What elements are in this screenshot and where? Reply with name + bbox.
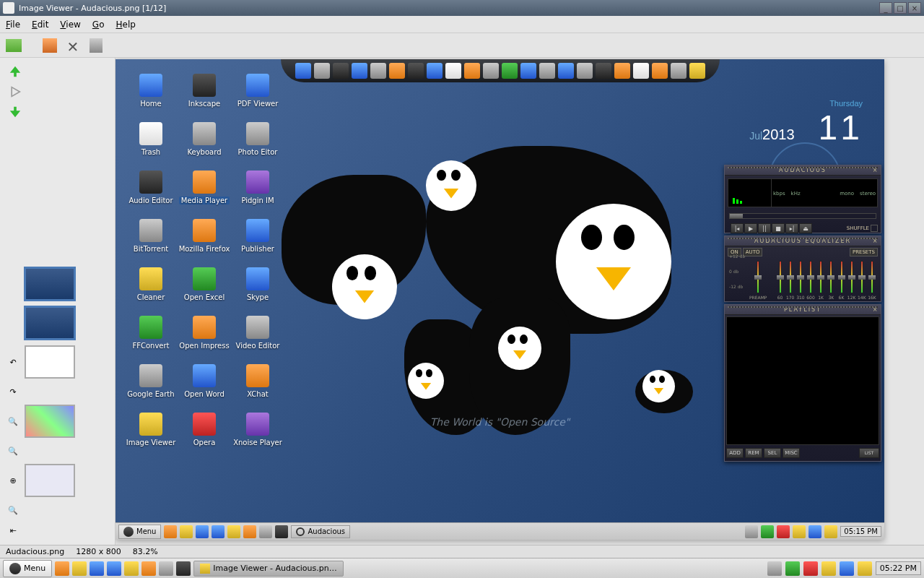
dock-icon[interactable] bbox=[539, 63, 555, 79]
thumbnail-2[interactable] bbox=[25, 306, 75, 340]
image-viewport[interactable]: HomeInkscapePDF ViewerTrashKeyboardPhoto… bbox=[116, 58, 924, 545]
eq-band-170[interactable]: 170 bbox=[786, 261, 795, 300]
audacious-playlist-window[interactable]: PLAYLIST× ADD REM SEL MISC LIST bbox=[724, 304, 881, 462]
task-image-viewer[interactable]: Image Viewer - Audacious.pn… bbox=[193, 561, 344, 577]
minimize-button[interactable]: _ bbox=[879, 2, 892, 14]
dock-icon[interactable] bbox=[352, 63, 367, 79]
taskbar-icon[interactable] bbox=[196, 525, 209, 538]
network-icon[interactable] bbox=[803, 561, 818, 576]
eq-band-600[interactable]: 600 bbox=[806, 261, 815, 300]
tray-icon[interactable] bbox=[824, 525, 837, 538]
delete-button[interactable] bbox=[87, 36, 105, 55]
inner-task-audacious[interactable]: Audacious bbox=[291, 525, 350, 538]
taskbar-icon[interactable] bbox=[243, 525, 256, 538]
tray-icon[interactable] bbox=[840, 561, 854, 576]
desktop-icon-photo-eitor[interactable]: Photo Eitor bbox=[231, 122, 284, 156]
close-file-button[interactable]: ✕ bbox=[64, 36, 82, 55]
taskbar-icon[interactable] bbox=[275, 525, 288, 538]
quicklaunch-icon[interactable] bbox=[55, 561, 69, 576]
eq-preamp-slider[interactable]: PREAMP bbox=[749, 261, 767, 300]
quicklaunch-icon[interactable] bbox=[90, 561, 104, 576]
rotate-right-icon[interactable]: ↷ bbox=[6, 384, 20, 399]
eq-band-12K[interactable]: 12K bbox=[847, 261, 856, 300]
battery-icon[interactable] bbox=[785, 561, 800, 576]
dock-icon[interactable] bbox=[333, 63, 349, 79]
prev-button[interactable]: |◂ bbox=[731, 223, 744, 233]
dock-icon[interactable] bbox=[483, 63, 499, 79]
playlist-sel-button[interactable]: SEL bbox=[764, 448, 781, 458]
desktop-icon-publisher[interactable]: Publisher bbox=[231, 219, 284, 253]
inner-clock[interactable]: 05:15 PM bbox=[840, 526, 881, 537]
eq-band-6K[interactable]: 6K bbox=[837, 261, 845, 300]
thumbnail-5[interactable] bbox=[25, 464, 75, 497]
playlist-misc-button[interactable]: MISC bbox=[783, 448, 800, 458]
desktop-icon-bittorrent[interactable]: BitTorrent bbox=[124, 219, 178, 253]
dock-icon[interactable] bbox=[652, 63, 668, 79]
dock-icon[interactable] bbox=[464, 63, 480, 79]
quicklaunch-icon[interactable] bbox=[159, 561, 173, 576]
tray-icon[interactable] bbox=[793, 525, 806, 538]
close-button[interactable]: × bbox=[908, 2, 921, 14]
desktop-icon-open-word[interactable]: Open Word bbox=[178, 364, 231, 398]
shuffle-label[interactable]: SHUFFLE bbox=[847, 225, 869, 231]
dock-icon[interactable] bbox=[314, 63, 330, 79]
dock-icon[interactable] bbox=[389, 63, 405, 79]
dock-icon[interactable] bbox=[427, 63, 443, 79]
playlist-list[interactable] bbox=[726, 316, 879, 445]
up-arrow-icon[interactable] bbox=[7, 64, 23, 79]
dock-icon[interactable] bbox=[689, 63, 705, 79]
dock-icon[interactable] bbox=[577, 63, 593, 79]
desktop-icon-google-earth[interactable]: Google Earth bbox=[124, 364, 178, 398]
play-button[interactable]: ▶ bbox=[744, 223, 757, 233]
desktop-icon-home[interactable]: Home bbox=[124, 74, 178, 108]
system-clock[interactable]: 05:22 PM bbox=[876, 561, 921, 575]
menu-view[interactable]: View bbox=[60, 20, 80, 30]
desktop-icon-trash[interactable]: Trash bbox=[124, 122, 178, 156]
menu-edit[interactable]: Edit bbox=[32, 20, 48, 30]
dock-icon[interactable] bbox=[295, 63, 311, 79]
desktop-icon-media-player[interactable]: Media Player bbox=[178, 171, 231, 204]
playlist-add-button[interactable]: ADD bbox=[726, 448, 744, 458]
dock-icon[interactable] bbox=[502, 63, 518, 79]
eq-band-16K[interactable]: 16K bbox=[868, 261, 876, 300]
quicklaunch-icon[interactable] bbox=[107, 561, 121, 576]
desktop-icon-audio-editor[interactable]: Audio Editor bbox=[124, 171, 178, 204]
open-button[interactable] bbox=[4, 36, 23, 55]
desktop-icon-open-impress[interactable]: Open Impress bbox=[178, 316, 231, 350]
eject-button[interactable]: ⏏ bbox=[799, 223, 812, 233]
desktop-icon-image-viewer[interactable]: Image Viewer bbox=[124, 413, 178, 447]
zoom-in-icon[interactable]: 🔍 bbox=[6, 414, 20, 428]
eq-band-3K[interactable]: 3K bbox=[827, 261, 835, 300]
menu-button[interactable]: Menu bbox=[3, 560, 52, 577]
quicklaunch-icon[interactable] bbox=[141, 561, 156, 576]
taskbar-icon[interactable] bbox=[164, 525, 177, 538]
desktop-icon-xchat[interactable]: XChat bbox=[231, 364, 284, 398]
desktop-icon-skype[interactable]: Skype bbox=[231, 267, 284, 301]
close-icon[interactable]: × bbox=[872, 306, 879, 314]
collapse-icon[interactable]: ⇤ bbox=[6, 523, 20, 538]
menu-help[interactable]: Help bbox=[116, 20, 135, 30]
dock-icon[interactable] bbox=[370, 63, 386, 79]
close-icon[interactable]: × bbox=[872, 167, 879, 174]
zoom-out-icon[interactable]: 🔍 bbox=[6, 444, 20, 458]
volume-icon[interactable] bbox=[745, 525, 758, 538]
quicklaunch-icon[interactable] bbox=[72, 561, 87, 576]
pause-button[interactable]: || bbox=[758, 223, 771, 233]
taskbar-icon[interactable] bbox=[212, 525, 225, 538]
desktop-icon-video-editor[interactable]: Video Editor bbox=[231, 316, 284, 350]
thumbnail-4[interactable] bbox=[25, 405, 75, 438]
dock-icon[interactable] bbox=[520, 63, 536, 79]
dock-icon[interactable] bbox=[596, 63, 611, 79]
eq-band-310[interactable]: 310 bbox=[796, 261, 805, 300]
play-icon[interactable] bbox=[7, 84, 23, 100]
maximize-button[interactable]: □ bbox=[894, 2, 907, 14]
desktop-icon-cleaner[interactable]: Cleaner bbox=[124, 267, 178, 301]
quicklaunch-icon[interactable] bbox=[176, 561, 191, 576]
quicklaunch-icon[interactable] bbox=[124, 561, 139, 576]
network-icon[interactable] bbox=[777, 525, 790, 538]
taskbar-icon[interactable] bbox=[259, 525, 272, 538]
eq-band-1K[interactable]: 1K bbox=[816, 261, 825, 300]
seek-slider[interactable] bbox=[729, 213, 876, 219]
dock-icon[interactable] bbox=[633, 63, 649, 79]
dock-icon[interactable] bbox=[614, 63, 630, 79]
